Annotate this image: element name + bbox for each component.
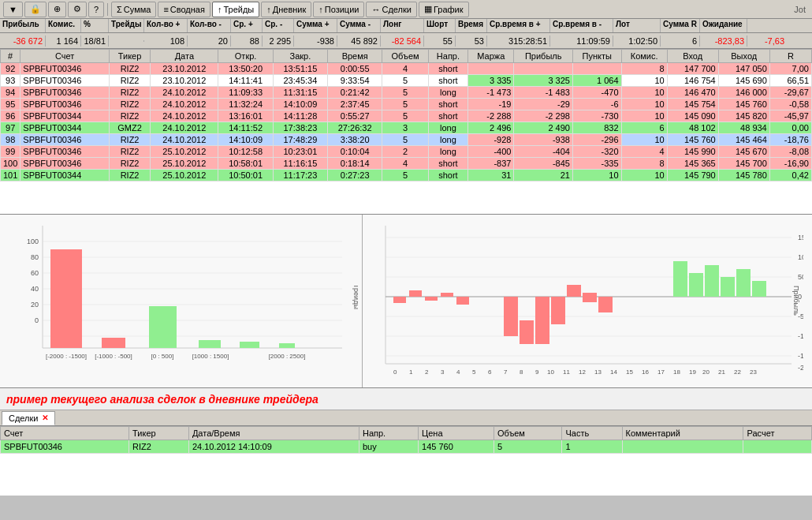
journal-label: Дневник	[273, 5, 307, 14]
th-entry: Вход	[667, 50, 718, 63]
table-row[interactable]: 97 SPBFUT00344 GMZ2 24.10.2012 14:11:52 …	[1, 122, 812, 134]
filter-button[interactable]: ▼	[3, 2, 23, 17]
svg-rect-39	[409, 290, 422, 297]
cell-time: 0:10:04	[328, 146, 382, 158]
bottom-row[interactable]: SPBFUT00346 RIZ2 24.10.2012 14:10:09 buy…	[1, 440, 812, 454]
bottom-th: Расчет	[743, 427, 812, 440]
trades-button[interactable]: ↑ Трейды	[212, 2, 259, 17]
sigma-label: Сумма	[124, 5, 151, 14]
col-trades: Трейды	[109, 19, 144, 32]
cell-vol: 5	[382, 75, 428, 87]
cell-entry: 146 470	[667, 87, 718, 99]
col-short: Шорт	[424, 19, 456, 32]
cell-exit: 145 464	[718, 134, 769, 146]
cell-account: SPBFUT00344	[20, 122, 110, 134]
cell-entry: 145 090	[667, 110, 718, 122]
table-row[interactable]: 93 SPBFUT00346 RIZ2 23.10.2012 14:11:41 …	[1, 75, 812, 87]
trades-table-wrap[interactable]: # Счет Тикер Дата Откр. Закр. Время Объе…	[0, 49, 812, 215]
cell-exit: 145 780	[718, 170, 769, 181]
cell-time: 0:00:55	[328, 63, 382, 75]
svg-text:[1000 : 1500]: [1000 : 1500]	[192, 353, 229, 360]
cell-date: 25.10.2012	[151, 170, 218, 181]
tab-close-button[interactable]: ✕	[42, 413, 48, 422]
table-row[interactable]: 92 SPBFUT00346 RIZ2 23.10.2012 13:50:20 …	[1, 63, 812, 75]
cell-open: 11:09:33	[218, 87, 273, 99]
cell-close: 13:51:15	[273, 63, 327, 75]
table-row[interactable]: 95 SPBFUT00346 RIZ2 24.10.2012 11:32:24 …	[1, 99, 812, 110]
svg-text:[2000 : 2500]: [2000 : 2500]	[269, 353, 306, 360]
col-sumr: Сумма R	[661, 19, 700, 32]
table-row[interactable]: 94 SPBFUT00346 RIZ2 24.10.2012 11:09:33 …	[1, 87, 812, 99]
cell-margin: 3 335	[468, 75, 514, 87]
col-kolvo-minus: Кол-во -	[188, 19, 231, 32]
cell-points: -470	[572, 87, 621, 99]
settings-button[interactable]: ⚙	[68, 2, 87, 17]
chart-button[interactable]: ▦ График	[419, 2, 469, 17]
svg-rect-53	[721, 277, 735, 297]
lock-button[interactable]: 🔒	[24, 2, 47, 17]
cell-date: 23.10.2012	[151, 75, 218, 87]
cell-account: SPBFUT00346	[20, 63, 110, 75]
cell-profit	[514, 63, 572, 75]
svg-text:Трейды: Трейды	[352, 284, 358, 309]
cell-points: 832	[572, 122, 621, 134]
cell-profit: -938	[514, 134, 572, 146]
bc-ticker: RIZ2	[129, 440, 189, 454]
charts-area: 100 80 60 40 20 0 [-2000 : -1500] [-1000…	[0, 215, 812, 388]
col-kolvo-plus: Кол-во +	[144, 19, 188, 32]
svg-rect-44	[520, 320, 534, 344]
table-row[interactable]: 99 SPBFUT00346 RIZ2 25.10.2012 10:12:58 …	[1, 146, 812, 158]
cell-points: 10	[572, 170, 621, 181]
th-r: R	[769, 50, 811, 63]
cell-time: 0:55:27	[328, 110, 382, 122]
cell-comis: 10	[621, 99, 667, 110]
help-button[interactable]: ?	[88, 2, 104, 17]
bar-2	[102, 338, 125, 348]
bottom-table-wrap[interactable]: СчетТикерДата/ВремяНапр.ЦенаОбъемЧастьКо…	[0, 426, 812, 496]
cell-margin: -19	[468, 99, 514, 110]
positions-button[interactable]: ↑ Позиции	[313, 2, 364, 17]
cell-num: 95	[1, 99, 20, 110]
journal-button[interactable]: ↑ Дневник	[261, 2, 311, 17]
bc-part: 1	[562, 440, 622, 454]
cell-vol: 5	[382, 170, 428, 181]
table-row[interactable]: 96 SPBFUT00344 RIZ2 24.10.2012 13:16:01 …	[1, 110, 812, 122]
summary-values: -36 672 1 164 18/81 108 20 88 2 295 -938…	[0, 33, 812, 49]
svg-text:23: 23	[750, 368, 757, 376]
bottom-th: Напр.	[359, 427, 418, 440]
cell-account: SPBFUT00344	[20, 170, 110, 181]
cell-exit: 145 690	[718, 75, 769, 87]
svg-text:18: 18	[673, 368, 680, 376]
cell-margin	[468, 63, 514, 75]
th-open: Откр.	[218, 50, 273, 63]
table-row[interactable]: 101 SPBFUT00344 RIZ2 25.10.2012 10:50:01…	[1, 170, 812, 181]
col-sum-minus: Сумма -	[337, 19, 381, 32]
cell-r: -16,90	[769, 158, 811, 170]
add-button[interactable]: ⊕	[48, 2, 66, 17]
sigma-button[interactable]: Σ Сумма	[111, 2, 156, 17]
summary-button[interactable]: ≡ Сводная	[158, 2, 210, 17]
chart-label: График	[434, 5, 464, 14]
table-row[interactable]: 100 SPBFUT00346 RIZ2 25.10.2012 10:58:01…	[1, 158, 812, 170]
promo-label: пример текущего анализа сделок в дневник…	[6, 393, 318, 406]
cell-ticker: RIZ2	[109, 146, 150, 158]
cell-exit: 147 050	[718, 63, 769, 75]
svg-text:80: 80	[31, 253, 39, 261]
cell-ticker: RIZ2	[109, 110, 150, 122]
cell-date: 24.10.2012	[151, 110, 218, 122]
svg-text:9: 9	[535, 368, 539, 376]
val-profit: -36 672	[0, 36, 46, 47]
cell-close: 14:10:09	[273, 99, 327, 110]
deals-button[interactable]: ↔ Сделки	[366, 2, 417, 17]
tab-deals[interactable]: Сделки ✕	[2, 411, 55, 425]
cell-exit: 48 934	[718, 122, 769, 134]
cell-r: -29,67	[769, 87, 811, 99]
val-sum-plus: -938	[294, 36, 337, 47]
val-sr-minus: 2 295	[263, 36, 294, 47]
trades-label: Трейды	[223, 5, 254, 14]
th-account: Счет	[20, 50, 110, 63]
cell-date: 24.10.2012	[151, 134, 218, 146]
table-row[interactable]: 98 SPBFUT00346 RIZ2 24.10.2012 14:10:09 …	[1, 134, 812, 146]
svg-text:4: 4	[456, 368, 460, 376]
svg-text:12: 12	[579, 368, 586, 376]
